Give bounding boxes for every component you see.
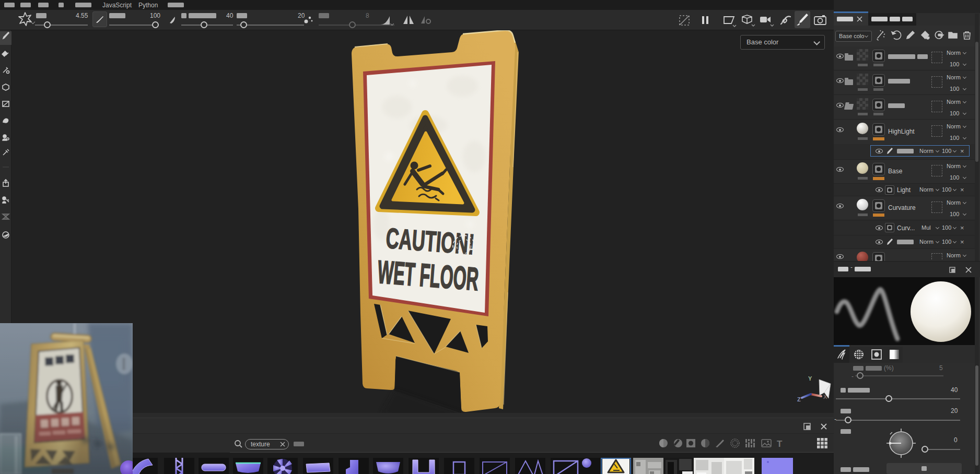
svg-text:WET FLOOR: WET FLOOR — [377, 253, 480, 297]
svg-text:Z: Z — [797, 396, 801, 402]
svg-text:Y: Y — [808, 375, 812, 382]
svg-text:T: T — [777, 439, 783, 448]
